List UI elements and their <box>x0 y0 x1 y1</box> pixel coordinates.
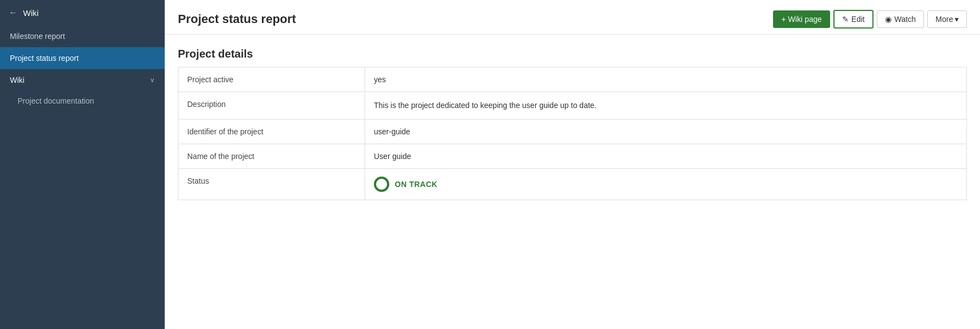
table-row: Identifier of the project user-guide <box>178 120 967 144</box>
table-row: Status ON TRACK <box>178 169 967 200</box>
chevron-down-icon: ∨ <box>150 76 155 84</box>
content-area: Project details Project active yes Descr… <box>165 35 980 329</box>
sidebar-item-wiki[interactable]: Wiki ∨ <box>0 69 165 91</box>
row-label: Description <box>178 92 365 120</box>
status-label: ON TRACK <box>395 180 438 189</box>
row-label: Project active <box>178 67 365 92</box>
chevron-down-icon: ▾ <box>955 15 959 24</box>
sidebar-nav: Milestone report Project status report W… <box>0 25 165 111</box>
edit-button[interactable]: ✎ Edit <box>833 10 873 29</box>
status-circle-icon <box>374 177 389 192</box>
sidebar-wiki-title: Wiki <box>23 8 38 18</box>
page-title: Project status report <box>178 12 296 26</box>
row-value: yes <box>365 67 967 92</box>
sidebar-header: ← Wiki <box>0 0 165 25</box>
back-arrow-icon[interactable]: ← <box>9 8 18 18</box>
header-actions: + Wiki page ✎ Edit ◉ Watch More ▾ <box>773 10 967 29</box>
main-header: Project status report + Wiki page ✎ Edit… <box>165 0 980 35</box>
row-value: user-guide <box>365 120 967 144</box>
edit-button-label: Edit <box>852 15 865 24</box>
watch-button[interactable]: ◉ Watch <box>877 10 924 28</box>
table-row: Name of the project User guide <box>178 144 967 169</box>
row-value: User guide <box>365 144 967 169</box>
sidebar-item-project-documentation[interactable]: Project documentation <box>0 91 165 111</box>
sidebar-item-milestone-report[interactable]: Milestone report <box>0 25 165 47</box>
section-title: Project details <box>178 48 967 60</box>
row-status-value: ON TRACK <box>365 169 967 200</box>
more-button[interactable]: More ▾ <box>927 10 967 28</box>
row-label: Status <box>178 169 365 200</box>
row-description-value: This is the project dedicated to keeping… <box>365 92 967 120</box>
table-row: Description This is the project dedicate… <box>178 92 967 120</box>
wiki-page-button[interactable]: + Wiki page <box>773 10 830 28</box>
details-table: Project active yes Description This is t… <box>178 67 967 200</box>
sidebar: ← Wiki Milestone report Project status r… <box>0 0 165 329</box>
status-cell: ON TRACK <box>374 177 957 192</box>
wiki-page-button-label: + Wiki page <box>781 15 822 24</box>
eye-icon: ◉ <box>885 15 892 24</box>
row-label: Identifier of the project <box>178 120 365 144</box>
main-content: Project status report + Wiki page ✎ Edit… <box>165 0 980 329</box>
table-row: Project active yes <box>178 67 967 92</box>
sidebar-item-label: Project status report <box>10 54 79 63</box>
sidebar-item-project-status-report[interactable]: Project status report <box>0 47 165 69</box>
sidebar-sub-item-label: Project documentation <box>18 97 94 105</box>
sidebar-item-label: Wiki <box>10 76 24 84</box>
watch-button-label: Watch <box>894 15 916 24</box>
edit-pencil-icon: ✎ <box>842 15 849 24</box>
sidebar-item-label: Milestone report <box>10 32 65 41</box>
more-button-label: More <box>936 15 953 24</box>
row-label: Name of the project <box>178 144 365 169</box>
